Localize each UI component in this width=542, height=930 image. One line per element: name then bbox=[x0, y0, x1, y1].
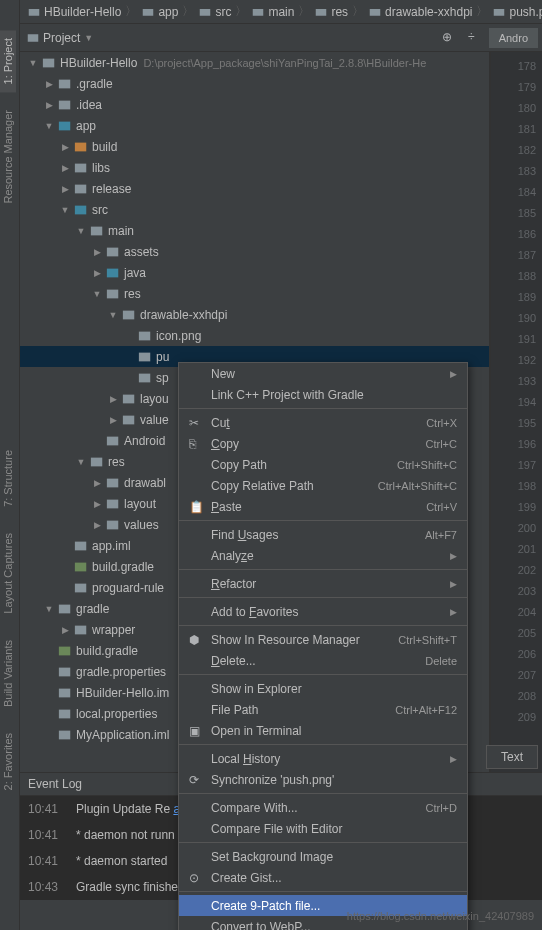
menu-item[interactable]: Compare With...Ctrl+D bbox=[179, 797, 467, 818]
expand-arrow-icon[interactable] bbox=[92, 268, 102, 278]
breadcrumb-item[interactable]: HBuilder-Hello bbox=[24, 5, 124, 19]
menu-item[interactable]: Copy PathCtrl+Shift+C bbox=[179, 454, 467, 475]
folder-icon bbox=[57, 77, 73, 91]
svg-rect-6 bbox=[494, 9, 505, 16]
menu-item[interactable]: Set Background Image bbox=[179, 846, 467, 867]
breadcrumb-item[interactable]: drawable-xxhdpi bbox=[365, 5, 475, 19]
expand-arrow-icon[interactable] bbox=[60, 205, 70, 215]
expand-arrow-icon[interactable] bbox=[44, 79, 54, 89]
menu-item[interactable]: Delete...Delete bbox=[179, 650, 467, 671]
menu-item[interactable]: Add to Favorites▶ bbox=[179, 601, 467, 622]
menu-item[interactable]: Compare File with Editor bbox=[179, 818, 467, 839]
tree-label: HBuilder-Hello bbox=[60, 56, 137, 70]
expand-arrow-icon[interactable] bbox=[108, 415, 118, 425]
line-number: 179 bbox=[491, 77, 536, 98]
tree-item[interactable]: release bbox=[20, 178, 489, 199]
menu-item[interactable]: ▣Open in Terminal bbox=[179, 720, 467, 741]
menu-label: Copy bbox=[211, 437, 426, 451]
menu-item[interactable]: 📋PasteCtrl+V bbox=[179, 496, 467, 517]
menu-item[interactable]: New▶ bbox=[179, 363, 467, 384]
line-number: 185 bbox=[491, 203, 536, 224]
menu-item[interactable]: ⊙Create Gist... bbox=[179, 867, 467, 888]
tree-item[interactable]: src bbox=[20, 199, 489, 220]
menu-item[interactable]: Copy Relative PathCtrl+Alt+Shift+C bbox=[179, 475, 467, 496]
expand-arrow-icon[interactable] bbox=[60, 142, 70, 152]
tree-item[interactable]: main bbox=[20, 220, 489, 241]
svg-rect-13 bbox=[75, 163, 86, 172]
sidebar-tab-build-variants[interactable]: Build Variants bbox=[0, 632, 16, 715]
menu-item[interactable]: ⟳Synchronize 'push.png' bbox=[179, 769, 467, 790]
menu-item[interactable]: Local History▶ bbox=[179, 748, 467, 769]
expand-arrow-icon[interactable] bbox=[60, 163, 70, 173]
line-number: 193 bbox=[491, 371, 536, 392]
menu-item-icon: ⬢ bbox=[189, 633, 205, 647]
breadcrumb-item[interactable]: main bbox=[248, 5, 297, 19]
expand-arrow-icon[interactable] bbox=[44, 100, 54, 110]
menu-item[interactable]: Link C++ Project with Gradle bbox=[179, 384, 467, 405]
menu-item[interactable]: Show in Explorer bbox=[179, 678, 467, 699]
menu-item[interactable]: File PathCtrl+Alt+F12 bbox=[179, 699, 467, 720]
breadcrumb-item[interactable]: res bbox=[311, 5, 351, 19]
sidebar-tab-resource[interactable]: Resource Manager bbox=[0, 102, 16, 212]
folder-icon bbox=[89, 455, 105, 469]
tree-item[interactable]: assets bbox=[20, 241, 489, 262]
breadcrumb-item[interactable]: push.png bbox=[489, 5, 542, 19]
collapse-icon[interactable]: ÷ bbox=[468, 30, 484, 46]
toolbar-title[interactable]: Project bbox=[43, 31, 80, 45]
svg-rect-40 bbox=[59, 730, 70, 739]
tree-item[interactable]: build bbox=[20, 136, 489, 157]
expand-arrow-icon[interactable] bbox=[44, 121, 54, 131]
expand-arrow-icon[interactable] bbox=[108, 310, 118, 320]
expand-arrow-icon[interactable] bbox=[92, 247, 102, 257]
editor-tab[interactable]: Andro bbox=[489, 28, 538, 48]
tree-item[interactable]: app bbox=[20, 115, 489, 136]
expand-arrow-icon[interactable] bbox=[44, 604, 54, 614]
menu-label: Compare With... bbox=[211, 801, 426, 815]
file-g-icon bbox=[73, 560, 89, 574]
expand-arrow-icon[interactable] bbox=[76, 457, 86, 467]
dropdown-icon[interactable]: ▼ bbox=[84, 33, 93, 43]
breadcrumb-item[interactable]: app bbox=[138, 5, 181, 19]
submenu-arrow-icon: ▶ bbox=[450, 607, 457, 617]
expand-arrow-icon[interactable] bbox=[92, 478, 102, 488]
expand-arrow-icon[interactable] bbox=[92, 289, 102, 299]
tree-item[interactable]: HBuilder-HelloD:\project\App_package\shi… bbox=[20, 52, 489, 73]
tree-item[interactable]: drawable-xxhdpi bbox=[20, 304, 489, 325]
expand-arrow-icon[interactable] bbox=[60, 184, 70, 194]
tree-label: release bbox=[92, 182, 131, 196]
svg-rect-36 bbox=[59, 646, 70, 655]
text-tab[interactable]: Text bbox=[486, 745, 538, 769]
sidebar-tab-project[interactable]: 1: Project bbox=[0, 30, 16, 92]
menu-item[interactable]: ⎘CopyCtrl+C bbox=[179, 433, 467, 454]
tree-item[interactable]: icon.png bbox=[20, 325, 489, 346]
breadcrumb-item[interactable]: src bbox=[195, 5, 234, 19]
locate-icon[interactable]: ⊕ bbox=[442, 30, 458, 46]
expand-arrow-icon[interactable] bbox=[76, 226, 86, 236]
expand-arrow-icon[interactable] bbox=[28, 58, 38, 68]
menu-item[interactable]: Analyze▶ bbox=[179, 545, 467, 566]
file-x-icon bbox=[105, 434, 121, 448]
sidebar-tab-layout-captures[interactable]: Layout Captures bbox=[0, 525, 16, 622]
svg-rect-3 bbox=[253, 9, 264, 16]
tree-item[interactable]: libs bbox=[20, 157, 489, 178]
line-number: 184 bbox=[491, 182, 536, 203]
expand-arrow-icon[interactable] bbox=[92, 499, 102, 509]
tree-item[interactable]: java bbox=[20, 262, 489, 283]
menu-item[interactable]: Find UsagesAlt+F7 bbox=[179, 524, 467, 545]
line-number: 192 bbox=[491, 350, 536, 371]
tree-item[interactable]: .gradle bbox=[20, 73, 489, 94]
expand-arrow-icon[interactable] bbox=[108, 394, 118, 404]
file-icon bbox=[57, 707, 73, 721]
tree-item[interactable]: .idea bbox=[20, 94, 489, 115]
sidebar-tab-structure[interactable]: 7: Structure bbox=[0, 442, 16, 515]
tree-item[interactable]: res bbox=[20, 283, 489, 304]
menu-separator bbox=[179, 625, 467, 626]
svg-rect-32 bbox=[75, 562, 86, 571]
menu-item[interactable]: ⬢Show In Resource ManagerCtrl+Shift+T bbox=[179, 629, 467, 650]
menu-item[interactable]: ✂CutCtrl+X bbox=[179, 412, 467, 433]
menu-item[interactable]: Refactor▶ bbox=[179, 573, 467, 594]
expand-arrow-icon[interactable] bbox=[60, 625, 70, 635]
expand-arrow-icon[interactable] bbox=[92, 520, 102, 530]
menu-shortcut: Ctrl+Alt+F12 bbox=[395, 704, 457, 716]
sidebar-tab-favorites[interactable]: 2: Favorites bbox=[0, 725, 16, 798]
